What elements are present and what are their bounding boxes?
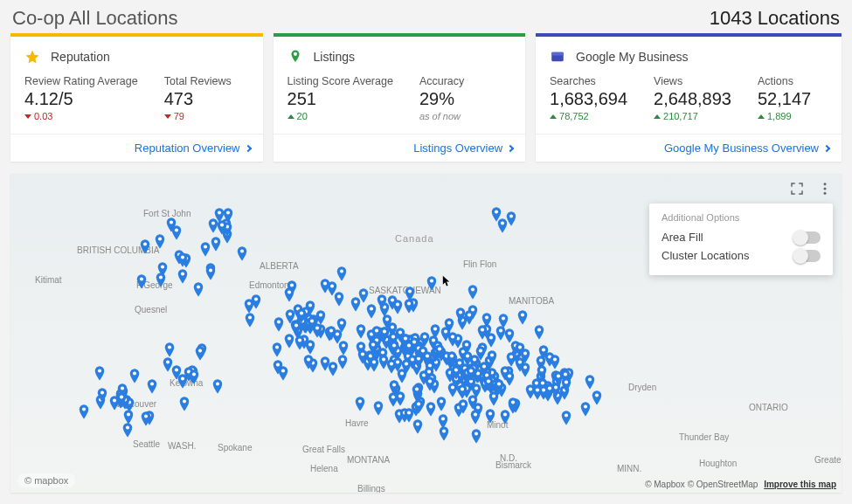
location-pin[interactable] <box>273 317 285 329</box>
location-pin[interactable] <box>128 369 141 381</box>
location-pin[interactable] <box>211 379 224 391</box>
location-pin[interactable] <box>146 379 158 391</box>
location-pin[interactable] <box>294 335 306 348</box>
location-pin[interactable] <box>216 220 228 232</box>
location-pin[interactable] <box>326 281 338 293</box>
location-pin[interactable] <box>533 325 545 337</box>
location-pin[interactable] <box>78 404 90 417</box>
location-pin[interactable] <box>170 365 183 377</box>
location-pin[interactable] <box>302 355 315 367</box>
location-pin[interactable] <box>412 399 425 411</box>
location-pin[interactable] <box>505 352 517 364</box>
gmb-overview-link[interactable]: Google My Business Overview <box>664 142 829 155</box>
location-pin[interactable] <box>271 342 283 355</box>
location-pin[interactable] <box>391 300 404 312</box>
location-pin[interactable] <box>486 350 498 362</box>
area-fill-toggle[interactable] <box>794 231 821 244</box>
location-pin[interactable] <box>412 419 424 432</box>
location-pin[interactable] <box>435 397 447 409</box>
location-pin[interactable] <box>503 328 516 341</box>
location-pin[interactable] <box>463 310 475 322</box>
location-pin[interactable] <box>121 423 134 435</box>
location-pin[interactable] <box>404 287 416 299</box>
location-pin[interactable] <box>388 380 400 392</box>
location-pin[interactable] <box>272 360 284 372</box>
location-pin[interactable] <box>372 401 384 413</box>
location-pin[interactable] <box>467 395 479 407</box>
location-pin[interactable] <box>519 362 531 375</box>
improve-map-link[interactable]: Improve this map <box>764 480 836 489</box>
location-pin[interactable] <box>365 304 378 316</box>
location-pin[interactable] <box>243 299 255 311</box>
location-pin[interactable] <box>537 345 550 357</box>
location-pin[interactable] <box>549 355 561 367</box>
map-panel[interactable]: Canada BRITISH COLUMBIA ALBERTA SASKATCH… <box>10 174 842 493</box>
location-pin[interactable] <box>213 208 225 220</box>
location-pin[interactable] <box>388 341 400 353</box>
location-pin[interactable] <box>470 429 482 441</box>
cluster-locations-toggle[interactable] <box>794 250 821 262</box>
location-pin[interactable] <box>552 371 565 383</box>
reputation-overview-link[interactable]: Reputation Overview <box>135 142 251 155</box>
location-pin[interactable] <box>446 351 458 363</box>
location-pin[interactable] <box>507 397 519 410</box>
location-pin[interactable] <box>163 342 176 355</box>
location-pin[interactable] <box>499 410 511 422</box>
listings-overview-link[interactable]: Listings Overview <box>413 142 513 155</box>
location-pin[interactable] <box>465 366 477 378</box>
location-pin[interactable] <box>488 391 500 404</box>
location-pin[interactable] <box>154 234 166 246</box>
location-pin[interactable] <box>544 383 556 396</box>
location-pin[interactable] <box>484 409 496 421</box>
location-pin[interactable] <box>204 266 217 278</box>
location-pin[interactable] <box>210 237 222 249</box>
location-pin[interactable] <box>357 349 369 362</box>
location-pin[interactable] <box>94 366 106 378</box>
location-pin[interactable] <box>461 340 473 352</box>
more-vert-icon[interactable] <box>817 181 833 197</box>
location-pin[interactable] <box>306 316 318 328</box>
location-pin[interactable] <box>469 410 481 422</box>
location-pin[interactable] <box>177 269 189 281</box>
location-pin[interactable] <box>336 266 348 279</box>
location-pin[interactable] <box>497 314 509 326</box>
location-pin[interactable] <box>177 252 189 265</box>
location-pin[interactable] <box>378 355 390 367</box>
location-pin[interactable] <box>490 207 502 219</box>
location-pin[interactable] <box>178 397 190 409</box>
location-pin[interactable] <box>560 411 572 423</box>
location-pin[interactable] <box>283 334 295 346</box>
location-pin[interactable] <box>591 390 603 403</box>
location-pin[interactable] <box>467 285 479 297</box>
location-pin[interactable] <box>355 324 367 336</box>
location-pin[interactable] <box>331 329 343 342</box>
location-pin[interactable] <box>426 276 438 288</box>
location-pin[interactable] <box>188 369 200 382</box>
location-pin[interactable] <box>403 341 415 353</box>
location-pin[interactable] <box>155 273 167 285</box>
location-pin[interactable] <box>283 287 295 300</box>
location-pin[interactable] <box>244 313 256 325</box>
location-pin[interactable] <box>584 375 596 387</box>
location-pin[interactable] <box>531 385 544 397</box>
location-pin[interactable] <box>192 282 204 294</box>
location-pin[interactable] <box>194 346 206 358</box>
location-pin[interactable] <box>115 392 128 404</box>
location-pin[interactable] <box>411 384 423 397</box>
location-pin[interactable] <box>536 365 548 377</box>
location-pin[interactable] <box>354 397 366 409</box>
location-pin[interactable] <box>350 297 362 309</box>
location-pin[interactable] <box>519 349 531 361</box>
location-pin[interactable] <box>440 327 452 339</box>
location-pin[interactable] <box>424 376 436 389</box>
location-pin[interactable] <box>421 351 433 363</box>
location-pin[interactable] <box>336 355 349 367</box>
location-pin[interactable] <box>516 310 529 322</box>
location-pin[interactable] <box>481 313 493 325</box>
location-pin[interactable] <box>170 225 183 238</box>
location-pin[interactable] <box>319 356 331 369</box>
location-pin[interactable] <box>135 274 148 287</box>
location-pin[interactable] <box>140 411 152 424</box>
location-pin[interactable] <box>456 384 468 397</box>
location-pin[interactable] <box>437 414 449 426</box>
